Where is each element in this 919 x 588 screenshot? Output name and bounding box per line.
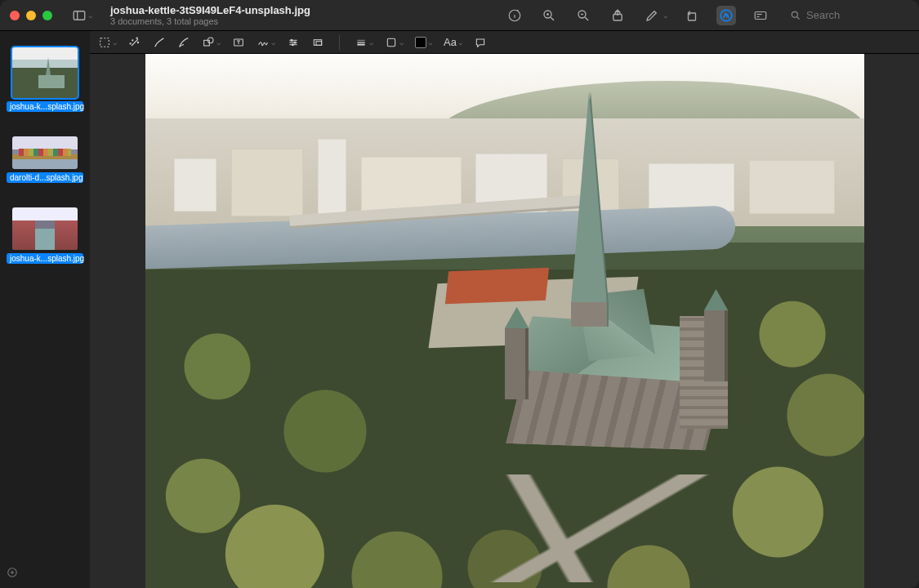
thumbnail-sidebar: joshua-k...splash.jpg darolti-d...splash… [0,31,90,588]
svg-rect-27 [204,40,210,46]
svg-point-36 [294,42,296,43]
close-window-button[interactable] [10,11,20,20]
share-button[interactable] [608,6,627,25]
signature-icon [257,36,270,49]
adjust-size-button[interactable] [311,34,324,51]
sliders-icon [287,36,300,49]
svg-line-20 [797,16,800,19]
chevron-down-icon: ⌵ [369,38,373,47]
plus-circle-icon [7,567,18,578]
markup-toolbar: ⌵ ⌵ ⌵ ⌵ ⌵ ⌵ Aa ⌵ [90,31,919,54]
rotate-button[interactable] [682,6,702,25]
document-subtitle: 3 documents, 3 total pages [110,16,310,26]
chevron-down-icon: ⌵ [113,38,117,47]
shape-style-button[interactable]: ⌵ [355,34,373,51]
pencil-icon [153,36,166,49]
svg-point-25 [137,42,138,42]
border-icon [385,36,398,49]
chevron-down-icon: ⌵ [458,38,462,47]
content-area [0,54,919,588]
selection-icon [98,36,111,49]
chevron-down-icon: ⌵ [428,38,432,47]
search-icon [790,10,801,21]
svg-point-26 [130,42,131,43]
svg-line-6 [551,17,554,20]
svg-point-19 [792,11,797,17]
text-style-label: Aa [444,36,457,48]
search-field[interactable] [785,7,909,23]
chevron-down-icon: ⌵ [216,38,221,47]
main-view[interactable] [90,54,919,588]
thumbnail-label: joshua-k...splash.jpg [7,253,83,264]
sidebar-toggle-button[interactable]: ⌵ [69,5,96,26]
info-button[interactable] [505,6,524,25]
svg-rect-0 [74,11,85,20]
thumbnail-image [12,47,78,98]
search-input[interactable] [806,9,904,21]
thumbnail-item[interactable]: darolti-d...splash.jpg [7,136,83,183]
border-color-button[interactable]: ⌵ [385,34,404,51]
thumbnail-item[interactable]: joshua-k...splash.jpg [7,47,83,112]
zoom-out-icon [576,8,591,23]
resize-icon [311,36,324,49]
speech-bubble-icon [474,36,487,49]
highlight-button[interactable] [642,6,662,25]
wand-icon [128,36,141,49]
chevron-down-icon[interactable]: ⌵ [663,11,667,20]
rotate-icon [685,8,699,23]
titlebar: ⌵ joshua-kettle-3tS9I49LeF4-unsplash.jpg… [0,0,919,31]
thumbnail-image [12,136,78,169]
document-title: joshua-kettle-3tS9I49LeF4-unsplash.jpg [110,4,310,16]
line-weight-icon [355,36,368,49]
svg-point-35 [291,39,292,41]
thumbnail-label: joshua-k...splash.jpg [7,101,83,112]
svg-point-37 [292,43,293,45]
color-swatch [415,37,426,48]
pencil-icon [645,8,659,23]
window-controls [10,11,52,20]
svg-line-10 [585,17,588,20]
instant-alpha-button[interactable] [128,34,141,51]
svg-point-24 [136,38,137,38]
image-canvas [145,54,864,588]
chevron-down-icon: ⌵ [399,38,404,47]
sketch-button[interactable] [153,34,166,51]
info-icon [507,8,522,23]
sign-button[interactable]: ⌵ [257,34,275,51]
crop-button[interactable] [751,6,770,25]
text-icon [232,36,245,49]
shapes-button[interactable]: ⌵ [202,34,221,51]
svg-rect-38 [314,39,321,45]
fill-color-button[interactable]: ⌵ [415,34,432,51]
selection-tool-button[interactable]: ⌵ [98,34,117,51]
minimize-window-button[interactable] [26,11,36,20]
share-icon [610,8,625,23]
svg-rect-21 [100,38,109,47]
svg-rect-39 [316,41,322,45]
annotate-button[interactable] [474,34,487,51]
svg-rect-43 [387,38,395,46]
thumbnail-label: darolti-d...splash.jpg [7,172,83,183]
zoom-out-button[interactable] [573,6,593,25]
add-page-button[interactable] [7,567,18,581]
text-button[interactable] [232,34,245,51]
chevron-down-icon: ⌵ [88,11,92,20]
sidebar-icon [72,8,87,23]
adjust-color-button[interactable] [287,34,300,51]
thumbnail-item[interactable]: joshua-k...splash.jpg [7,207,83,264]
chevron-down-icon: ⌵ [271,38,275,47]
shapes-icon [202,36,215,49]
pen-icon [177,36,190,49]
maximize-window-button[interactable] [42,11,52,20]
zoom-in-icon [542,8,556,23]
toolbar: ⌵ [505,6,909,25]
form-icon [753,8,768,23]
zoom-in-button[interactable] [539,6,559,25]
svg-point-23 [132,39,133,40]
text-style-button[interactable]: Aa ⌵ [444,34,462,51]
markup-button[interactable] [716,6,736,25]
draw-button[interactable] [177,34,190,51]
title-block: joshua-kettle-3tS9I49LeF4-unsplash.jpg 3… [110,4,310,26]
svg-rect-16 [755,11,766,19]
thumbnail-image [12,207,78,250]
